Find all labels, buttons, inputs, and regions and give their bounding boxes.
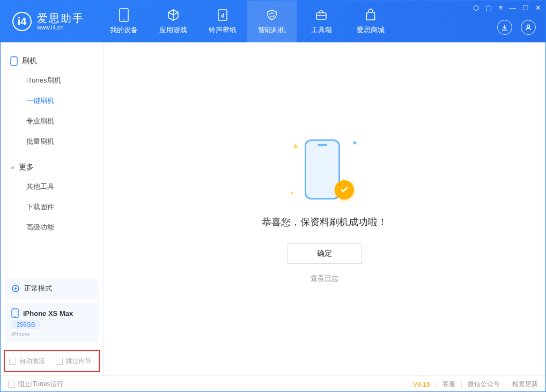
footer-link-support[interactable]: 客服 bbox=[442, 380, 455, 389]
device-small-icon bbox=[10, 56, 18, 66]
header-action-icons bbox=[497, 20, 536, 35]
svg-rect-5 bbox=[11, 57, 17, 65]
app-header: i4 爱思助手 www.i4.cn 我的设备 应用游戏 铃声壁纸 智能刷机 工具… bbox=[1, 1, 545, 42]
nav-tab-flash[interactable]: 智能刷机 bbox=[247, 1, 297, 42]
success-message: 恭喜您，保资料刷机成功啦！ bbox=[262, 216, 387, 228]
sidebar-item-other-tools[interactable]: 其他工具 bbox=[1, 176, 103, 197]
ok-button[interactable]: 确定 bbox=[287, 243, 362, 264]
svg-point-1 bbox=[123, 19, 124, 20]
nav-tab-store[interactable]: 爱思商城 bbox=[346, 1, 395, 42]
sidebar-item-advanced[interactable]: 高级功能 bbox=[1, 217, 103, 238]
sidebar-item-batch-flash[interactable]: 批量刷机 bbox=[1, 131, 103, 152]
checkbox-auto-activate[interactable] bbox=[9, 358, 16, 365]
close-button[interactable]: ✕ bbox=[535, 4, 541, 12]
mode-box[interactable]: 正常模式 bbox=[5, 278, 99, 299]
footer-link-wechat[interactable]: 微信公众号 bbox=[468, 380, 500, 389]
menu-icon: ≡ bbox=[10, 163, 14, 172]
checkbox-skip-guide[interactable] bbox=[56, 358, 63, 365]
sidebar-group-more[interactable]: ≡ 更多 bbox=[1, 158, 103, 176]
sidebar-item-download-fw[interactable]: 下载固件 bbox=[1, 197, 103, 217]
block-itunes-label: 阻止iTunes运行 bbox=[18, 380, 63, 389]
device-storage: 256GB bbox=[11, 320, 40, 329]
svg-rect-3 bbox=[316, 13, 326, 19]
sidebar-item-pro-flash[interactable]: 专业刷机 bbox=[1, 111, 103, 131]
footer: 阻止iTunes运行 V8.16 | 客服 | 微信公众号 | 检查更新 bbox=[1, 375, 545, 392]
check-badge-icon bbox=[335, 180, 354, 199]
music-file-icon bbox=[216, 8, 230, 22]
view-log-link[interactable]: 查看日志 bbox=[311, 273, 338, 283]
footer-link-update[interactable]: 检查更新 bbox=[512, 380, 538, 389]
nav-label: 我的设备 bbox=[110, 25, 138, 35]
device-type: iPhone bbox=[11, 331, 92, 337]
logo-area: i4 爱思助手 www.i4.cn bbox=[1, 12, 94, 31]
user-icon[interactable] bbox=[521, 20, 536, 35]
mode-label: 正常模式 bbox=[24, 284, 52, 293]
shirt-icon[interactable]: ⬡ bbox=[473, 4, 479, 12]
nav-label: 工具箱 bbox=[311, 25, 332, 35]
device-name: iPhone XS Max bbox=[23, 309, 73, 317]
nav-label: 铃声壁纸 bbox=[209, 25, 237, 35]
nav-tab-toolbox[interactable]: 工具箱 bbox=[297, 1, 346, 42]
phone-small-icon bbox=[11, 308, 19, 318]
sidebar-group-flash[interactable]: 刷机 bbox=[1, 52, 103, 70]
nav-label: 应用游戏 bbox=[159, 25, 187, 35]
auto-activate-label: 自动激活 bbox=[19, 357, 45, 366]
version-label: V8.16 bbox=[413, 381, 430, 388]
phone-icon bbox=[117, 8, 131, 22]
menu-icon[interactable]: ≡ bbox=[498, 4, 503, 12]
app-title: 爱思助手 bbox=[37, 12, 84, 24]
svg-point-7 bbox=[14, 287, 17, 290]
app-subtitle: www.i4.cn bbox=[37, 24, 84, 31]
toolbox-icon bbox=[314, 8, 328, 22]
sidebar-item-oneclick-flash[interactable]: 一键刷机 bbox=[1, 91, 103, 111]
refresh-shield-icon bbox=[265, 8, 279, 22]
main-content: 恭喜您，保资料刷机成功啦！ 确定 查看日志 bbox=[104, 42, 545, 375]
success-illustration bbox=[290, 135, 359, 205]
svg-point-4 bbox=[527, 25, 530, 28]
nav-label: 爱思商城 bbox=[357, 25, 385, 35]
group-title: 刷机 bbox=[22, 56, 37, 66]
download-icon[interactable] bbox=[497, 20, 512, 35]
skip-guide-label: 跳过向导 bbox=[66, 357, 92, 366]
nav-label: 智能刷机 bbox=[258, 25, 286, 35]
sidebar-item-itunes-flash[interactable]: iTunes刷机 bbox=[1, 70, 103, 91]
bag-icon bbox=[364, 8, 378, 22]
nav-tab-device[interactable]: 我的设备 bbox=[99, 1, 149, 42]
lock-icon[interactable]: ▢ bbox=[485, 4, 492, 12]
device-box[interactable]: iPhone XS Max 256GB iPhone bbox=[5, 303, 99, 343]
svg-point-9 bbox=[14, 316, 16, 317]
nav-tab-ringtone[interactable]: 铃声壁纸 bbox=[198, 1, 247, 42]
sidebar: 刷机 iTunes刷机 一键刷机 专业刷机 批量刷机 ≡ 更多 其他工具 下载固… bbox=[1, 42, 104, 375]
window-controls: ⬡ ▢ ≡ — ☐ ✕ bbox=[473, 4, 541, 12]
minimize-button[interactable]: — bbox=[509, 4, 516, 12]
mode-icon bbox=[11, 284, 20, 293]
checkbox-block-itunes[interactable] bbox=[8, 381, 15, 388]
cube-icon bbox=[166, 8, 180, 22]
options-highlight-box: 自动激活 跳过向导 bbox=[4, 350, 100, 372]
group-title: 更多 bbox=[19, 162, 34, 172]
nav-tab-apps[interactable]: 应用游戏 bbox=[149, 1, 198, 42]
nav-tabs: 我的设备 应用游戏 铃声壁纸 智能刷机 工具箱 爱思商城 bbox=[99, 1, 395, 42]
logo-icon: i4 bbox=[12, 12, 32, 31]
maximize-button[interactable]: ☐ bbox=[522, 4, 529, 12]
